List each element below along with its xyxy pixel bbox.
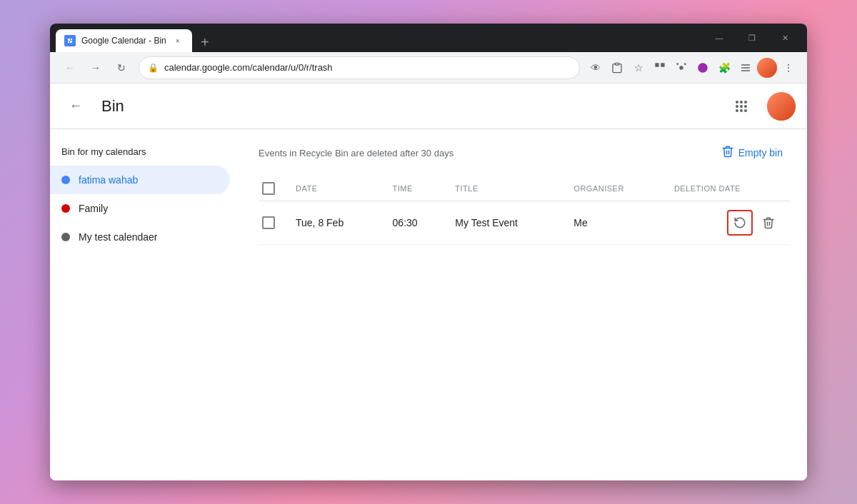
sidebar-label-family: Family: [79, 203, 108, 214]
main-content: Bin for my calendars fatima wahab Family…: [50, 129, 807, 480]
svg-rect-7: [661, 63, 664, 66]
sidebar-section-title: Bin for my calendars: [50, 141, 241, 163]
content-area: Events in Recycle Bin are deleted after …: [241, 129, 807, 480]
svg-point-8: [679, 66, 683, 69]
calendar-dot-fatima: [61, 176, 70, 184]
sidebar-label-fatima: fatima wahab: [79, 174, 138, 186]
apps-grid-button[interactable]: [727, 92, 756, 121]
col-title: TITLE: [446, 176, 565, 201]
refresh-button[interactable]: ↻: [110, 56, 133, 79]
svg-rect-3: [68, 41, 69, 43]
app-back-button[interactable]: ←: [61, 92, 90, 121]
url-text: calendar.google.com/calendar/u/0/r/trash: [164, 62, 571, 73]
lock-icon: 🔒: [148, 63, 159, 73]
row-checkbox-cell: [259, 201, 287, 245]
sidebar-item-family[interactable]: Family: [50, 194, 230, 223]
sidebar: Bin for my calendars fatima wahab Family…: [50, 129, 241, 480]
nav-bar: ← → ↻ 🔒 calendar.google.com/calendar/u/0…: [50, 52, 807, 84]
menu-button[interactable]: ⋮: [778, 58, 798, 78]
sidebar-item-my-test-calender[interactable]: My test calendaer: [50, 223, 230, 251]
extension1-btn[interactable]: [650, 58, 670, 78]
puzzle-icon-btn[interactable]: 🧩: [714, 58, 734, 78]
new-tab-button[interactable]: +: [195, 32, 215, 52]
col-checkbox: [259, 176, 287, 201]
sidebar-label-my-test: My test calendaer: [79, 231, 158, 243]
content-top-bar: Events in Recycle Bin are deleted after …: [259, 141, 790, 165]
user-avatar[interactable]: [767, 92, 796, 121]
row-deletion-date: [666, 201, 790, 245]
svg-rect-5: [615, 63, 618, 65]
title-bar: Google Calendar - Bin × + — ❐ ✕: [50, 24, 807, 52]
empty-bin-label: Empty bin: [738, 147, 783, 158]
row-time: 06:30: [384, 201, 447, 245]
extension2-btn[interactable]: [671, 58, 691, 78]
col-time: TIME: [384, 176, 447, 201]
minimize-button[interactable]: —: [703, 24, 736, 52]
profile-avatar[interactable]: [757, 58, 777, 78]
empty-bin-trash-icon: [721, 145, 734, 161]
svg-point-10: [684, 63, 686, 65]
row-date: Tue, 8 Feb: [287, 201, 384, 245]
table-header-row: DATE TIME TITLE ORGANISER DELETION DATE: [259, 176, 790, 201]
row-checkbox[interactable]: [262, 216, 275, 229]
svg-rect-2: [71, 39, 72, 40]
tab-strip: Google Calendar - Bin × +: [56, 24, 697, 52]
page-title: Bin: [101, 97, 124, 116]
col-date: DATE: [287, 176, 384, 201]
calendar-dot-my-test: [61, 233, 70, 241]
app-area: ← Bin Bin for my calendars fati: [50, 84, 807, 480]
events-table: DATE TIME TITLE ORGANISER DELETION DATE: [259, 176, 790, 245]
row-title: My Test Event: [446, 201, 565, 245]
calendar-dot-family: [61, 204, 70, 213]
address-bar[interactable]: 🔒 calendar.google.com/calendar/u/0/r/tra…: [139, 56, 580, 79]
svg-point-9: [676, 63, 678, 65]
tab-close-button[interactable]: ×: [172, 35, 184, 46]
tab-title: Google Calendar - Bin: [81, 36, 166, 46]
empty-bin-button[interactable]: Empty bin: [714, 141, 790, 165]
close-button[interactable]: ✕: [768, 24, 801, 52]
restore-button[interactable]: ❐: [736, 24, 768, 52]
extension3-btn[interactable]: [693, 58, 713, 78]
table-row: Tue, 8 Feb 06:30 My Test Event Me: [259, 201, 790, 245]
svg-rect-1: [68, 39, 70, 41]
select-all-checkbox[interactable]: [262, 182, 275, 195]
tab-favicon: [64, 35, 76, 46]
recycle-notice: Events in Recycle Bin are deleted after …: [259, 148, 714, 158]
col-deletion-date: DELETION DATE: [666, 176, 790, 201]
table-body: Tue, 8 Feb 06:30 My Test Event Me: [259, 201, 790, 245]
permanent-delete-button[interactable]: [756, 210, 781, 236]
restore-event-button[interactable]: [727, 210, 753, 236]
active-tab[interactable]: Google Calendar - Bin ×: [56, 29, 192, 52]
sidebar-item-fatima-wahab[interactable]: fatima wahab: [50, 166, 230, 194]
row-organiser: Me: [565, 201, 666, 245]
svg-rect-6: [655, 63, 658, 66]
svg-rect-4: [70, 41, 72, 43]
window-controls: — ❐ ✕: [703, 24, 801, 52]
star-icon-btn[interactable]: ☆: [628, 58, 648, 78]
back-nav-button[interactable]: ←: [59, 56, 81, 79]
app-header: ← Bin: [50, 84, 807, 129]
share-icon-btn[interactable]: [607, 58, 627, 78]
nav-right-buttons: 👁 ☆ 🧩 ⋮: [586, 58, 798, 78]
apps-grid-icon: [736, 101, 747, 112]
forward-nav-button[interactable]: →: [84, 56, 107, 79]
row-actions: [674, 210, 781, 236]
table-header: DATE TIME TITLE ORGANISER DELETION DATE: [259, 176, 790, 201]
extensions-btn[interactable]: [736, 58, 756, 78]
browser-window: Google Calendar - Bin × + — ❐ ✕ ← → ↻ 🔒 …: [50, 24, 807, 480]
col-organiser: ORGANISER: [565, 176, 666, 201]
eye-icon-btn[interactable]: 👁: [586, 58, 606, 78]
